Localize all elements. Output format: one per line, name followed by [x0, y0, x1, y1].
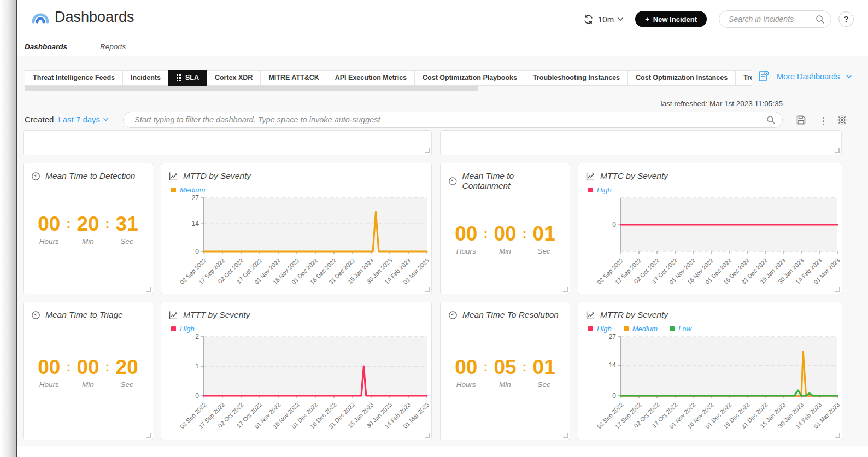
help-button[interactable]: ?	[838, 11, 854, 27]
date-range-label: Last 7 days	[58, 115, 100, 124]
seconds-value: 31	[116, 214, 138, 234]
settings-button[interactable]	[837, 115, 847, 127]
legend-swatch	[171, 326, 176, 331]
dashboard-tab-troubleshooting-instances[interactable]: Troubleshooting Instances	[525, 70, 628, 86]
hours-unit: Hours	[39, 380, 59, 389]
refresh-interval-label: 10m	[598, 15, 614, 24]
card-title: MTTC by Severity	[578, 163, 842, 181]
save-icon	[796, 115, 806, 125]
chart-legend: High	[578, 181, 842, 194]
minutes-value: 05	[494, 357, 516, 377]
resize-handle[interactable]	[835, 148, 840, 153]
seconds-unit: Sec	[538, 380, 550, 389]
dashboard-tab-cost-optimization-playbooks[interactable]: Cost Optimization Playbooks	[414, 70, 525, 86]
hours-value: 00	[38, 214, 60, 234]
card-title: Mean Time to Detection	[24, 163, 153, 181]
seconds-value: 01	[533, 357, 555, 377]
refresh-icon	[583, 14, 594, 25]
resize-handle[interactable]	[835, 433, 840, 438]
dashboard-icon	[757, 70, 770, 83]
dashboard-tab-label: SLA	[185, 71, 199, 85]
x-axis-labels: 02 Sep 202217 Sep 202202 Oct 202217 Oct …	[179, 251, 431, 286]
hours-value: 00	[38, 357, 60, 377]
dashboard-tab-api-execution-metrics[interactable]: API Execution Metrics	[327, 70, 415, 86]
svg-text:0: 0	[195, 392, 199, 400]
dashboard-tab-troubleshooting-playbo[interactable]: Troubleshooting Playbo	[735, 70, 752, 86]
legend-label: Low	[678, 325, 691, 333]
search-icon[interactable]	[766, 115, 776, 125]
legend-item-high[interactable]: High	[171, 325, 195, 333]
help-label: ?	[844, 15, 849, 24]
date-range-dropdown[interactable]: Last 7 days	[58, 115, 108, 124]
dashboard-tab-label: Troubleshooting Instances	[533, 74, 620, 81]
dashboard-tab-label: Cost Optimization Playbooks	[423, 74, 517, 81]
time-separator: :	[483, 357, 488, 373]
chevron-down-icon	[618, 17, 623, 21]
legend-swatch	[670, 326, 675, 331]
dashboard-filter-input[interactable]	[133, 115, 766, 125]
resize-handle[interactable]	[146, 287, 151, 292]
resize-handle[interactable]	[563, 433, 568, 438]
save-dashboard-button[interactable]	[796, 115, 806, 127]
dashboard-filter	[123, 112, 783, 128]
seconds-value: 01	[533, 224, 555, 244]
time-separator: :	[523, 357, 527, 373]
resize-handle[interactable]	[146, 433, 151, 438]
legend-item-low[interactable]: Low	[670, 325, 691, 333]
legend-item-high[interactable]: High	[588, 325, 612, 333]
tabs-scrollbar-thumb[interactable]	[25, 86, 478, 91]
legend-item-high[interactable]: High	[588, 186, 612, 194]
svg-text:14: 14	[192, 220, 200, 227]
chart-card-mttc-by-severity: MTTC by Severity High 002 Sep 202217 Sep…	[578, 163, 842, 294]
dashboard-tab-cortex-xdr[interactable]: Cortex XDR	[207, 70, 261, 86]
hours-value: 00	[455, 224, 477, 244]
more-dashboards-control[interactable]: More Dashboards	[757, 70, 852, 83]
metric-card-mean-time-to-resolution: Mean Time To Resolution 00Hours : 05Min …	[440, 302, 570, 440]
hours-value: 00	[455, 357, 477, 377]
line-chart-icon	[169, 172, 178, 181]
dashboard-tab-mitre-att-ck[interactable]: MITRE ATT&CK	[260, 70, 327, 86]
new-incident-button[interactable]: + New Incident	[635, 11, 707, 27]
dashboard-tab-threat-intelligence-feeds[interactable]: Threat Intelligence Feeds	[25, 70, 123, 86]
chart-title: MTTR by Severity	[600, 310, 668, 320]
resize-handle[interactable]	[425, 433, 430, 438]
legend-item-medium[interactable]: Medium	[171, 186, 205, 194]
time-display: 00Hours : 05Min : 01Sec	[441, 357, 570, 389]
legend-swatch	[624, 326, 629, 331]
metric-title: Mean Time To Resolution	[462, 310, 559, 320]
hours-unit: Hours	[456, 380, 476, 389]
minutes-value: 00	[494, 224, 516, 244]
resize-handle[interactable]	[425, 287, 430, 292]
incident-search-input[interactable]	[728, 14, 816, 24]
plus-icon: +	[645, 15, 649, 24]
auto-refresh-control[interactable]: 10m	[583, 14, 623, 25]
seconds-unit: Sec	[538, 247, 550, 255]
resize-handle[interactable]	[835, 287, 840, 292]
chart-legend: HighMediumLow	[578, 320, 842, 333]
metric-card-mean-time-to-containment: Mean Time to Containment 00Hours : 00Min…	[440, 163, 570, 294]
legend-label: High	[597, 186, 612, 194]
y-axis: 01427	[609, 334, 621, 400]
x-axis-labels: 02 Sep 202217 Sep 202202 Oct 202217 Oct …	[596, 396, 841, 430]
search-icon[interactable]	[816, 15, 825, 24]
legend-label: Medium	[180, 186, 205, 194]
created-label: Created	[25, 115, 54, 124]
clock-icon	[31, 172, 40, 181]
chart-card-mttt-by-severity: MTTT by Severity High 01202 Sep 202217 S…	[161, 302, 432, 440]
resize-handle[interactable]	[425, 148, 430, 153]
dashboard-tab-incidents[interactable]: Incidents	[122, 70, 169, 86]
svg-text:1: 1	[195, 362, 199, 370]
chart-canvas: 002 Sep 202217 Sep 202202 Oct 202217 Oct…	[578, 195, 842, 287]
dashboard-tab-cost-optimization-instances[interactable]: Cost Optimization Instances	[627, 70, 736, 86]
time-separator: :	[105, 357, 110, 373]
more-options-button[interactable]	[819, 116, 828, 126]
resize-handle[interactable]	[563, 287, 568, 292]
card-title: Mean Time to Containment	[441, 163, 570, 191]
partial-card	[440, 130, 842, 155]
time-display: 00Hours : 00Min : 20Sec	[24, 357, 153, 389]
dashboard-tab-label: Threat Intelligence Feeds	[33, 74, 115, 81]
legend-item-medium[interactable]: Medium	[624, 325, 658, 333]
dashboard-tab-sla[interactable]: SLA	[168, 70, 207, 86]
x-axis-labels: 02 Sep 202217 Sep 202202 Oct 202217 Oct …	[179, 396, 431, 430]
chevron-down-icon	[103, 118, 108, 121]
